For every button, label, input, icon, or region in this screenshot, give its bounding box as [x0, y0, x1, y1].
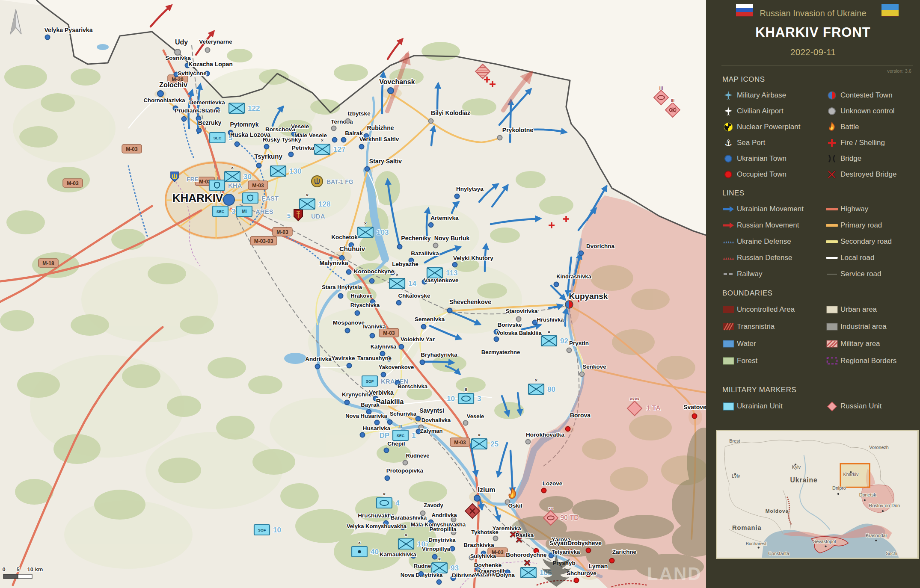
- svg-text:Kochetok: Kochetok: [331, 234, 358, 240]
- legend-label: Destroyed Bridge: [840, 170, 916, 179]
- town-pasika: Pasika: [516, 532, 534, 538]
- svg-text:Brest: Brest: [729, 438, 740, 443]
- road-badge: M-03: [122, 145, 142, 153]
- legend-row: Nuclear PowerplantBattle: [722, 119, 916, 135]
- legend-row: Occupied TownDestroyed Bridge: [722, 166, 916, 182]
- svg-text:Stary Saltiv: Stary Saltiv: [369, 158, 402, 165]
- town-velyka-komyshuvakha: Velyka Komyshuvakha: [347, 523, 407, 530]
- legend-label: Unknown control: [840, 107, 916, 115]
- legend-label: Uncontrolled Area: [737, 305, 826, 314]
- svg-text:90 TD: 90 TD: [560, 514, 579, 521]
- svg-text:M-03: M-03: [67, 180, 79, 186]
- svg-text:Borova: Borova: [570, 412, 591, 419]
- svg-text:Kindrashivka: Kindrashivka: [556, 273, 591, 280]
- svg-text:Lebyazhe: Lebyazhe: [392, 261, 418, 267]
- svg-text:Constanta: Constanta: [768, 551, 789, 556]
- legend-label: Battle: [840, 123, 916, 131]
- svg-text:Rudneve: Rudneve: [406, 452, 430, 459]
- svg-text:Schurivka: Schurivka: [390, 411, 417, 417]
- legend-label: Contested Town: [840, 91, 916, 100]
- svg-text:103: 103: [377, 228, 389, 236]
- legend-row: Russian MovementPrimary road: [722, 217, 916, 233]
- legend-label: Fire / Shelling: [840, 139, 916, 147]
- legend-label: Railway: [737, 270, 826, 278]
- legend-label: Ukrainian Town: [737, 154, 826, 163]
- town-balakliia: Balakliia: [376, 398, 404, 405]
- road-badge: M-03-03: [250, 236, 277, 245]
- svg-text:Dnipro: Dnipro: [832, 485, 846, 490]
- svg-text:Rostov-on-Don: Rostov-on-Don: [869, 503, 900, 508]
- svg-text:Drobysheve: Drobysheve: [567, 540, 602, 547]
- legend-label: Military area: [840, 340, 916, 348]
- svg-text:Sosnivka: Sosnivka: [165, 55, 191, 61]
- svg-text:Andriivka: Andriivka: [305, 356, 332, 362]
- unit-ru-icon: [826, 401, 838, 412]
- svg-text:Prudianka: Prudianka: [175, 107, 203, 114]
- svg-text:Yavirske: Yavirske: [332, 355, 355, 361]
- svg-text:113: 113: [446, 269, 457, 277]
- svg-text:Stara Hnylytsia: Stara Hnylytsia: [322, 284, 362, 290]
- legend-label: Transnistria: [737, 322, 826, 331]
- svg-text:FRE: FRE: [187, 176, 199, 183]
- town-karnaukhivka: Karnaukhivka: [380, 551, 416, 558]
- inset-overview-map: BrestVoronezhKyivLvivUkraineKharkivDnipr…: [716, 430, 919, 559]
- svg-text:Bezmyatezhne: Bezmyatezhne: [481, 349, 520, 355]
- svg-text:Bohorodychne: Bohorodychne: [506, 552, 547, 558]
- legend-label: Ukraine Defense: [737, 237, 826, 246]
- svg-text:Brazhkivka: Brazhkivka: [463, 542, 494, 548]
- svg-text:Dibrivne: Dibrivne: [452, 572, 475, 579]
- svg-text:Protopopivka: Protopopivka: [386, 467, 424, 474]
- legend-label: Primary road: [840, 221, 916, 230]
- svg-text:II: II: [399, 424, 402, 429]
- svg-text:LAND: LAND: [647, 564, 702, 584]
- svg-text:Korobochkyne: Korobochkyne: [354, 268, 395, 275]
- legend-label: Service road: [840, 270, 916, 278]
- svg-text:M-18: M-18: [42, 260, 54, 266]
- svg-text:Vovchansk: Vovchansk: [379, 78, 415, 86]
- svg-text:Bryhadyrivka: Bryhadyrivka: [421, 352, 457, 358]
- svg-text:Senkove: Senkove: [582, 363, 606, 370]
- svg-text:Pasika: Pasika: [516, 532, 534, 538]
- svg-text:Shchurove: Shchurove: [567, 570, 597, 576]
- svg-text:Balakliia: Balakliia: [376, 398, 404, 405]
- legend-row: TransnistriaIndustrial area: [722, 318, 916, 335]
- legend-label: Highway: [840, 205, 916, 213]
- legend-label: Russian Defense: [737, 254, 826, 262]
- svg-text:Svatove: Svatove: [683, 404, 706, 411]
- svg-text:3: 3: [231, 207, 235, 216]
- svg-text:Velyki Khutory: Velyki Khutory: [453, 255, 493, 261]
- svg-text:Zarichne: Zarichne: [612, 549, 637, 555]
- svg-text:Andriivka: Andriivka: [431, 512, 457, 518]
- svg-text:×: ×: [231, 165, 234, 170]
- svg-text:Bucharest: Bucharest: [746, 541, 766, 546]
- svg-text:Bilyi Kolodiaz: Bilyi Kolodiaz: [431, 109, 470, 116]
- svg-text:Chornohlazivka: Chornohlazivka: [144, 97, 186, 103]
- svg-text:×: ×: [306, 192, 309, 198]
- xbridge-icon: [826, 169, 838, 180]
- sw-mil-icon: [826, 338, 838, 349]
- svg-text:×: ×: [548, 329, 550, 334]
- svg-text:1 TA: 1 TA: [646, 405, 661, 412]
- svg-text:Bairak: Bairak: [345, 130, 363, 136]
- svg-text:SEC: SEC: [217, 210, 225, 214]
- svg-text:Bezruky: Bezruky: [198, 119, 222, 126]
- svg-text:KHA: KHA: [228, 182, 242, 189]
- svg-text:Svitlychne: Svitlychne: [178, 70, 207, 77]
- svg-text:Horokhovatka: Horokhovatka: [526, 431, 565, 438]
- town-bohorodychne: Bohorodychne: [506, 552, 547, 558]
- road-loc-icon: [826, 252, 838, 263]
- legend-label: Bridge: [840, 154, 916, 163]
- road-badge: M-03: [273, 228, 292, 236]
- nuclear-icon: [722, 121, 734, 133]
- svg-text:Virnopillya: Virnopillya: [422, 546, 451, 552]
- svg-text:×: ×: [438, 556, 441, 561]
- svg-text:10 km: 10 km: [27, 566, 43, 573]
- legend-label: Russian Movement: [737, 221, 826, 230]
- legend-lines-title: LINES: [722, 189, 916, 198]
- legend-row: Ukrainian MovementHighway: [722, 201, 916, 217]
- legend-label: Local road: [840, 254, 916, 262]
- sw-wat-icon: [722, 338, 734, 349]
- svg-text:Chkalovske: Chkalovske: [398, 293, 430, 299]
- legend-row: Ukrainian TownBridge: [722, 151, 916, 166]
- town-ua-icon: [722, 153, 734, 164]
